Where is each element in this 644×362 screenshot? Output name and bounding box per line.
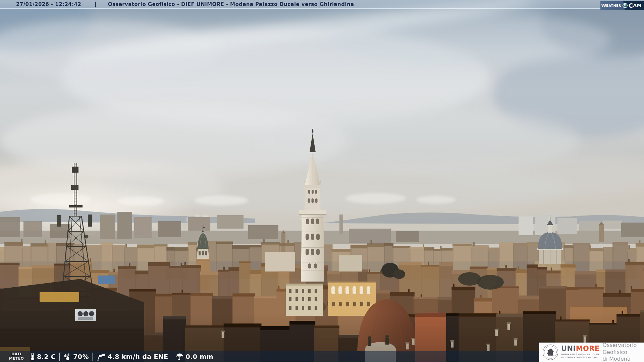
divider — [92, 353, 93, 361]
unimore-subtitle: UNIVERSITÀ DEGLI STUDI DI MODENA E REGGI… — [561, 353, 600, 359]
camera-title: Osservatorio Geofisico - DIEF UNIMORE - … — [108, 1, 354, 7]
wind-readout: 4.8 km/h da ENE — [96, 353, 168, 361]
humidity-value: 70% — [73, 353, 89, 360]
unimore-logo-box: UNIMORE UNIVERSITÀ DEGLI STUDI DI MODENA… — [539, 343, 644, 362]
unimore-wordmark: UNIMORE UNIVERSITÀ DEGLI STUDI DI MODENA… — [561, 345, 600, 359]
water-drops-icon — [63, 353, 71, 360]
divider — [59, 353, 60, 361]
temperature-value: 8.2 C — [37, 353, 56, 360]
separator: | — [95, 1, 97, 7]
thermometer-icon — [30, 353, 35, 361]
rain-value: 0.0 mm — [186, 353, 213, 360]
temperature-readout: 8.2 C — [30, 353, 56, 361]
unimore-seal — [543, 345, 558, 360]
rain-readout: 0.0 mm — [176, 353, 213, 361]
wind-value: 4.8 km/h da ENE — [108, 353, 168, 360]
windsock-icon — [96, 353, 106, 361]
dati-meteo-label: DATI METEO — [7, 352, 26, 361]
camera-lens-icon — [623, 3, 628, 8]
umbrella-icon — [176, 353, 184, 361]
title-bar: 27/01/2026 - 12:24:42 | Osservatorio Geo… — [0, 0, 644, 9]
observatory-name: Osservatorio Geofisico di Modena — [603, 342, 641, 362]
weathercam-watermark: WEATHER CAM — [600, 1, 644, 10]
weathercam-brand: W — [601, 3, 606, 8]
humidity-readout: 70% — [63, 353, 89, 360]
webcam-photo — [0, 0, 644, 362]
datetime: 27/01/2026 - 12:24:42 — [16, 1, 91, 7]
